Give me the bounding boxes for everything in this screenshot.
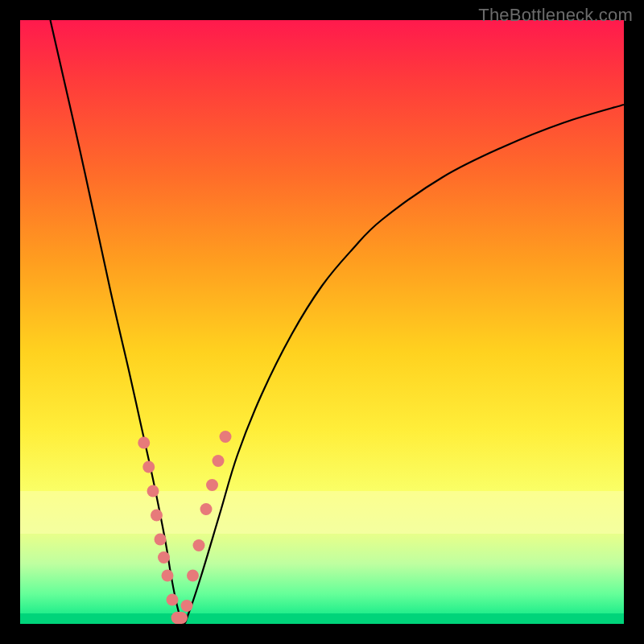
sample-dot xyxy=(158,551,170,564)
curve-svg xyxy=(20,20,624,624)
sample-dot xyxy=(213,455,225,467)
plot-area xyxy=(20,20,624,624)
sample-dot xyxy=(147,485,159,497)
sample-dot xyxy=(200,503,213,515)
sample-dot xyxy=(187,570,199,582)
sample-dot xyxy=(151,510,163,522)
sample-dot xyxy=(162,570,174,582)
sample-capsule xyxy=(171,612,188,624)
sample-dots-group xyxy=(138,431,231,624)
sample-dot xyxy=(167,594,179,606)
bottleneck-curve xyxy=(51,20,625,624)
sample-dot xyxy=(138,437,150,449)
chart-frame: TheBottleneck.com xyxy=(0,0,644,644)
sample-dot xyxy=(220,431,232,443)
sample-dot xyxy=(155,534,167,546)
sample-dot xyxy=(142,461,155,473)
sample-dot xyxy=(206,479,218,491)
sample-dot xyxy=(181,600,193,612)
watermark-text: TheBottleneck.com xyxy=(478,5,633,26)
sample-dot xyxy=(193,539,205,551)
